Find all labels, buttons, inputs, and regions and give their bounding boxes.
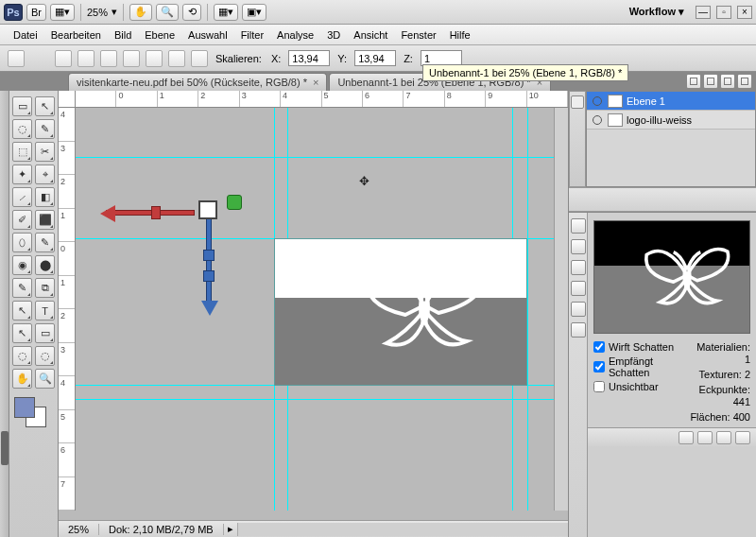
3d-preview[interactable] (593, 220, 750, 334)
cast-shadow-checkbox[interactable]: Wirft Schatten (593, 341, 683, 353)
blur-tool[interactable]: ✎ (35, 233, 55, 252)
3d-slide-icon[interactable] (146, 50, 163, 67)
layer-row[interactable]: logo-illu-weiss (587, 111, 755, 130)
3d-foot-icon[interactable] (679, 431, 694, 444)
status-doc[interactable]: Dok: 2,10 MB/2,79 MB (99, 524, 224, 535)
gradient-tool[interactable]: ⬯ (12, 233, 32, 252)
ruler-horizontal[interactable]: 012345678910 (76, 91, 568, 108)
3d-tool-icon[interactable] (571, 260, 586, 275)
path-tool[interactable]: ✎ (12, 278, 32, 298)
vertical-scrollbar[interactable] (554, 108, 568, 511)
crop-tool[interactable]: ⬚ (12, 142, 32, 162)
canvas[interactable]: ✥ (76, 108, 568, 511)
visibility-icon[interactable] (591, 113, 604, 127)
eyedropper-tool[interactable]: ✦ (12, 165, 32, 184)
3d-foot-icon[interactable] (716, 431, 731, 444)
3d-rotate-tool[interactable]: ↖ (12, 323, 32, 343)
panel-divider[interactable] (569, 187, 756, 212)
heal-tool[interactable]: ⌖ (35, 165, 55, 184)
zoom-dropdown-icon[interactable]: ▾ (112, 6, 117, 18)
horizontal-scrollbar[interactable] (237, 523, 568, 536)
wand-tool[interactable]: ✎ (35, 119, 55, 139)
shape-tool[interactable]: T (35, 301, 55, 320)
3d-orbit-tool[interactable]: ▭ (35, 323, 55, 343)
gizmo-center[interactable] (198, 200, 217, 219)
panel-collapse-strip[interactable] (569, 91, 586, 187)
menu-datei[interactable]: Datei (13, 29, 38, 41)
panel-tab-icon[interactable] (571, 95, 584, 109)
gizmo-x-axis[interactable] (106, 210, 195, 216)
menu-analyse[interactable]: Analyse (277, 29, 314, 41)
workspace-switcher[interactable]: Workflow ▾ (624, 6, 690, 18)
ruler-corner[interactable] (59, 91, 76, 108)
marquee-tool[interactable]: ↖ (35, 96, 55, 116)
dodge-tool[interactable]: ◉ (12, 255, 32, 275)
3d-tool-icon[interactable] (571, 302, 586, 317)
menu-bearbeiten[interactable]: Bearbeiten (51, 29, 101, 41)
panel-icon-1[interactable] (686, 74, 701, 89)
bridge-button[interactable]: Br (26, 4, 46, 21)
close-icon[interactable]: × (313, 77, 318, 88)
invisible-checkbox[interactable]: Unsichtbar (593, 381, 683, 392)
menu-3d[interactable]: 3D (327, 29, 340, 41)
tool-preset-icon[interactable] (8, 50, 25, 67)
3d-gizmo[interactable] (106, 183, 229, 316)
color-swatches[interactable] (12, 397, 54, 425)
rotate-view-shortcut[interactable]: ⟲ (182, 4, 201, 21)
move-tool[interactable]: ▭ (12, 96, 32, 116)
menu-filter[interactable]: Filter (241, 29, 264, 41)
zoom-level[interactable]: 25% (87, 7, 108, 18)
3d-tool-icon[interactable] (571, 322, 586, 338)
slice-tool[interactable]: ✂ (35, 142, 55, 162)
3d-foot-icon[interactable] (697, 431, 713, 444)
3d-walk-tool[interactable]: ◌ (35, 346, 55, 366)
menu-ansicht[interactable]: Ansicht (353, 29, 387, 41)
status-zoom[interactable]: 25% (59, 524, 99, 535)
type-tool[interactable]: ⧉ (35, 278, 55, 298)
lasso-tool[interactable]: ◌ (12, 119, 32, 139)
3d-pan-icon[interactable] (123, 50, 140, 67)
3d-settings-icon[interactable] (191, 50, 208, 67)
y-input[interactable] (354, 50, 396, 66)
hand-tool[interactable]: ✋ (12, 369, 32, 389)
document-tab-1[interactable]: visitenkarte-neu.pdf bei 50% (Rückseite,… (68, 73, 327, 91)
3d-roll-icon[interactable] (100, 50, 117, 67)
direct-select-tool[interactable]: ↖ (12, 301, 32, 320)
close-button[interactable]: × (737, 6, 752, 19)
trash-icon[interactable] (735, 431, 750, 444)
menu-bild[interactable]: Bild (114, 29, 131, 41)
menu-auswahl[interactable]: Auswahl (188, 29, 228, 41)
left-dock-strip[interactable] (0, 91, 9, 537)
panel-icon-3[interactable] (720, 74, 735, 89)
zoom-tool-shortcut[interactable]: 🔍 (156, 4, 179, 21)
layer-row[interactable]: Ebene 1 (587, 92, 755, 111)
panel-icon-2[interactable] (703, 74, 718, 89)
screen-mode-2-button[interactable]: ▣▾ (242, 4, 266, 21)
3d-rotate-icon[interactable] (77, 50, 94, 67)
hand-tool-shortcut[interactable]: ✋ (129, 4, 152, 21)
ruler-vertical[interactable]: 432101234567 (59, 108, 76, 511)
panel-icon-4[interactable] (737, 74, 752, 89)
menu-ebene[interactable]: Ebene (145, 29, 175, 41)
3d-mode-icon[interactable] (55, 50, 72, 67)
x-input[interactable] (288, 50, 330, 66)
screen-mode-button[interactable]: ▦▾ (50, 4, 75, 21)
stamp-tool[interactable]: ◧ (35, 187, 55, 207)
eraser-tool[interactable]: ⬛ (35, 210, 55, 230)
maximize-button[interactable]: ▫ (716, 6, 731, 19)
foreground-color[interactable] (14, 397, 35, 418)
zoom-tool[interactable]: 🔍 (35, 369, 55, 389)
arrange-docs-button[interactable]: ▦▾ (214, 4, 238, 21)
minimize-button[interactable]: — (696, 6, 711, 19)
brush-tool[interactable]: ⟋ (12, 187, 32, 207)
menu-fenster[interactable]: Fenster (401, 29, 436, 41)
document-object[interactable] (274, 238, 527, 386)
3d-scale-icon[interactable] (168, 50, 185, 67)
receive-shadow-checkbox[interactable]: Empfängt Schatten (593, 355, 683, 378)
menu-hilfe[interactable]: Hilfe (450, 29, 471, 41)
3d-pan-tool[interactable]: ◌ (12, 346, 32, 366)
gizmo-z-axis[interactable] (227, 195, 242, 210)
3d-tool-icon[interactable] (571, 281, 586, 296)
visibility-icon[interactable] (591, 95, 604, 108)
pen-tool[interactable]: ⬤ (35, 255, 55, 275)
